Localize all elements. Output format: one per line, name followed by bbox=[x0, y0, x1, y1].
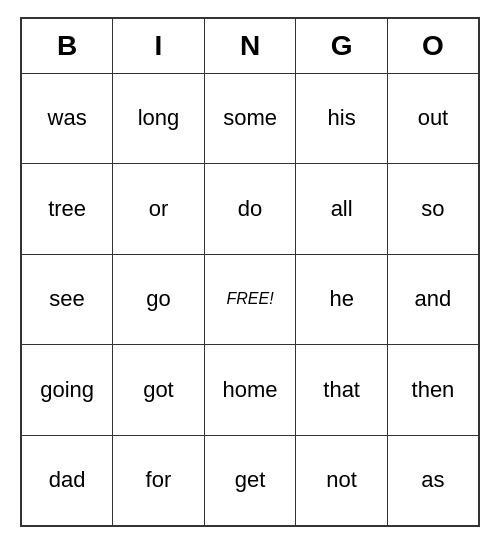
bingo-card: B I N G O waslongsomehisouttreeordoallso… bbox=[20, 17, 480, 527]
cell-r2-c2: FREE! bbox=[204, 254, 296, 345]
col-b: B bbox=[21, 18, 113, 73]
cell-r4-c1: for bbox=[113, 435, 205, 526]
col-o: O bbox=[387, 18, 479, 73]
table-row: dadforgetnotas bbox=[21, 435, 479, 526]
table-row: goinggothomethatthen bbox=[21, 345, 479, 436]
col-n: N bbox=[204, 18, 296, 73]
cell-r1-c3: all bbox=[296, 164, 388, 255]
cell-r0-c2: some bbox=[204, 73, 296, 164]
cell-r3-c0: going bbox=[21, 345, 113, 436]
cell-r4-c2: get bbox=[204, 435, 296, 526]
cell-r4-c4: as bbox=[387, 435, 479, 526]
cell-r4-c0: dad bbox=[21, 435, 113, 526]
cell-r1-c4: so bbox=[387, 164, 479, 255]
cell-r3-c4: then bbox=[387, 345, 479, 436]
cell-r2-c4: and bbox=[387, 254, 479, 345]
table-row: waslongsomehisout bbox=[21, 73, 479, 164]
table-row: treeordoallso bbox=[21, 164, 479, 255]
cell-r2-c1: go bbox=[113, 254, 205, 345]
cell-r0-c0: was bbox=[21, 73, 113, 164]
table-row: seegoFREE!heand bbox=[21, 254, 479, 345]
cell-r1-c1: or bbox=[113, 164, 205, 255]
cell-r2-c3: he bbox=[296, 254, 388, 345]
cell-r2-c0: see bbox=[21, 254, 113, 345]
cell-r0-c3: his bbox=[296, 73, 388, 164]
cell-r1-c0: tree bbox=[21, 164, 113, 255]
cell-r0-c4: out bbox=[387, 73, 479, 164]
col-i: I bbox=[113, 18, 205, 73]
cell-r0-c1: long bbox=[113, 73, 205, 164]
cell-r1-c2: do bbox=[204, 164, 296, 255]
cell-r4-c3: not bbox=[296, 435, 388, 526]
cell-r3-c3: that bbox=[296, 345, 388, 436]
cell-r3-c2: home bbox=[204, 345, 296, 436]
header-row: B I N G O bbox=[21, 18, 479, 73]
col-g: G bbox=[296, 18, 388, 73]
cell-r3-c1: got bbox=[113, 345, 205, 436]
